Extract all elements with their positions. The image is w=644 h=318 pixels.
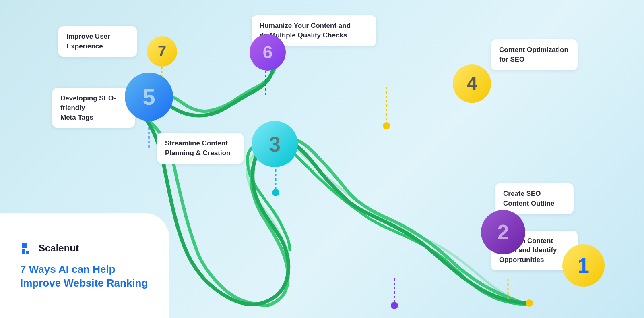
svg-rect-11 — [22, 243, 27, 248]
step-4-number: 4 — [466, 73, 477, 95]
svg-point-8 — [272, 189, 279, 196]
step-2-label: Create SEOContent Outline — [495, 183, 574, 214]
svg-point-7 — [383, 122, 390, 129]
logo-row: Scalenut — [20, 241, 153, 256]
step-3-label: Streamline ContentPlanning & Creation — [157, 133, 244, 164]
step-6-circle: 6 — [250, 34, 286, 71]
step-1-circle: 1 — [562, 244, 605, 287]
step-7-circle: 7 — [147, 36, 177, 67]
svg-point-10 — [526, 299, 533, 307]
step-4-circle: 4 — [453, 64, 491, 103]
scalenut-logo-icon — [20, 241, 35, 256]
svg-rect-12 — [22, 249, 25, 254]
step-4-label: Content Optimizationfor SEO — [491, 39, 578, 70]
step-2-circle: 2 — [481, 210, 525, 254]
step-2-number: 2 — [497, 220, 509, 244]
step-1-number: 1 — [578, 254, 589, 278]
main-container: 7 6 5 4 3 2 1 Improve UserExperience Hum… — [0, 0, 644, 318]
brand-card: Scalenut 7 Ways AI can Help Improve Webs… — [0, 213, 169, 318]
step-5-label: Developing SEO-friendlyMeta Tags — [52, 88, 135, 128]
step-3-number: 3 — [269, 132, 281, 156]
step-3-circle: 3 — [252, 121, 298, 167]
logo-name: Scalenut — [39, 243, 79, 254]
tagline: 7 Ways AI can Help Improve Website Ranki… — [20, 263, 149, 290]
step-5-circle: 5 — [125, 73, 173, 121]
step-5-number: 5 — [142, 84, 155, 110]
svg-rect-13 — [26, 251, 29, 254]
svg-point-9 — [391, 302, 398, 309]
step-7-label: Improve UserExperience — [58, 26, 137, 57]
step-6-number: 6 — [263, 42, 272, 62]
step-7-number: 7 — [158, 43, 166, 60]
